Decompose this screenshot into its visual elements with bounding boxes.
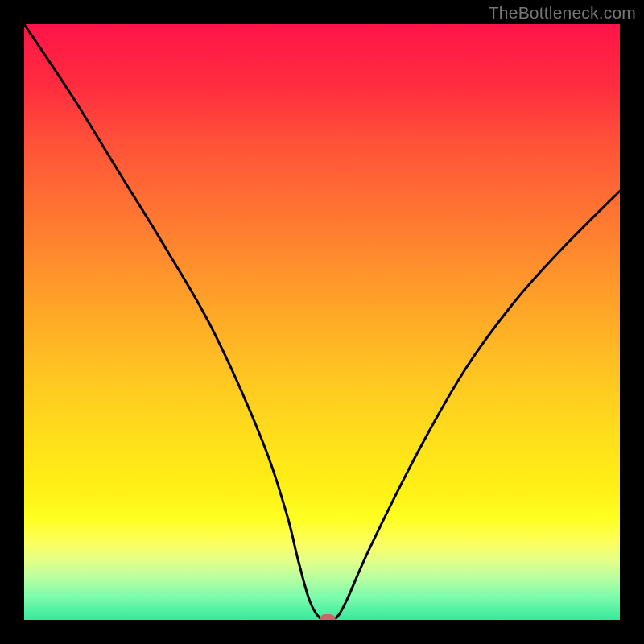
chart-frame: TheBottleneck.com xyxy=(0,0,644,644)
optimal-point-marker xyxy=(320,614,336,620)
bottleneck-curve xyxy=(24,24,620,620)
plot-area xyxy=(24,24,620,620)
curve-path xyxy=(24,24,620,620)
watermark-text: TheBottleneck.com xyxy=(489,3,636,23)
